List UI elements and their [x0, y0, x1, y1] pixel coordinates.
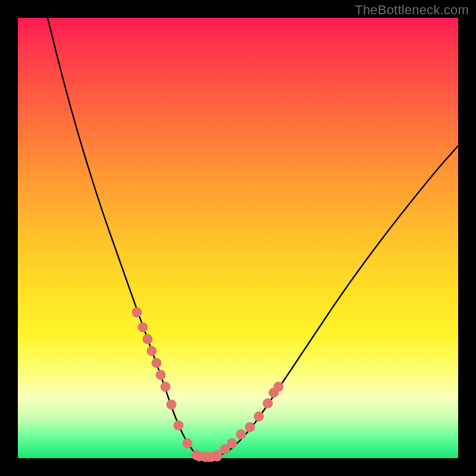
- curve-marker: [227, 439, 237, 449]
- curve-marker: [161, 382, 171, 392]
- curve-marker: [245, 422, 255, 433]
- curve-marker: [236, 430, 246, 440]
- marker-cluster-bottom: [195, 452, 223, 462]
- curve-marker: [143, 334, 153, 345]
- watermark-text: TheBottleneck.com: [355, 2, 469, 18]
- curve-marker: [152, 358, 162, 368]
- curve-marker: [212, 452, 223, 462]
- curve-marker: [254, 412, 264, 422]
- curve-marker: [147, 346, 157, 356]
- curve-marker: [132, 308, 142, 318]
- curve-marker: [183, 439, 193, 449]
- curve-marker: [156, 370, 166, 380]
- marker-cluster-right: [203, 382, 284, 462]
- curve-marker: [167, 400, 177, 410]
- curve-marker: [138, 322, 148, 333]
- curve-marker: [174, 421, 184, 431]
- bottleneck-curve: [48, 18, 458, 456]
- curve-svg: [18, 18, 458, 458]
- curve-marker: [274, 382, 284, 392]
- plot-area: [18, 18, 458, 458]
- curve-marker: [263, 399, 273, 409]
- marker-cluster-left: [132, 308, 202, 461]
- chart-frame: TheBottleneck.com: [0, 0, 476, 476]
